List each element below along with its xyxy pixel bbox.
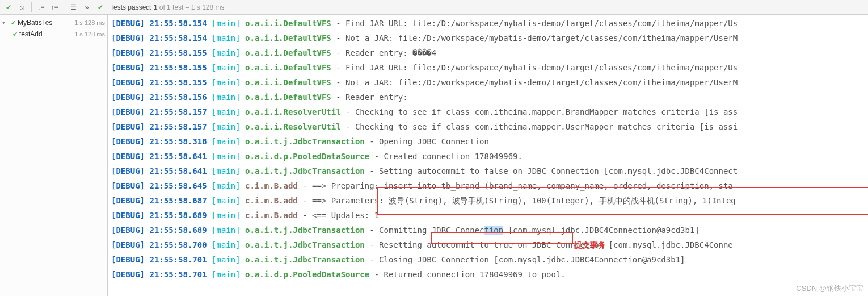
log-line: [DEBUG] 21:55:58.155 [main] o.a.i.i.Defa… — [111, 60, 868, 75]
log-line: [DEBUG] 21:55:58.154 [main] o.a.i.i.Defa… — [111, 16, 868, 31]
test-status-text: Tests passed: 1 of 1 test – 1 s 128 ms — [110, 3, 225, 11]
log-line: [DEBUG] 21:55:58.700 [main] o.a.i.t.j.Jd… — [111, 237, 868, 252]
test-tree: ▾ ✔ MyBatisTes 1 s 128 ms ✔ testAdd 1 s … — [0, 15, 108, 296]
tree-label: testAdd — [19, 30, 43, 38]
log-line: [DEBUG] 21:55:58.157 [main] o.a.i.i.Reso… — [111, 119, 868, 134]
log-line: [DEBUG] 21:55:58.701 [main] o.a.i.t.j.Jd… — [111, 252, 868, 267]
log-line: [DEBUG] 21:55:58.701 [main] o.a.i.d.p.Po… — [111, 267, 868, 282]
stop-icon[interactable]: ⦸ — [16, 1, 28, 14]
tree-item-class[interactable]: ▾ ✔ MyBatisTes 1 s 128 ms — [0, 17, 107, 28]
sort-down-icon[interactable]: ↓≡ — [35, 1, 47, 14]
run-pass-icon[interactable]: ✔ — [2, 1, 15, 14]
separator — [31, 2, 32, 12]
tree-time: 1 s 128 ms — [74, 19, 105, 26]
log-line: [DEBUG] 21:55:58.689 [main] c.i.m.B.add … — [111, 208, 868, 223]
log-line: [DEBUG] 21:55:58.155 [main] o.a.i.i.Defa… — [111, 45, 868, 60]
sort-up-icon[interactable]: ↑≡ — [48, 1, 61, 14]
log-line: [DEBUG] 21:55:58.641 [main] o.a.i.d.p.Po… — [111, 149, 868, 164]
filter-icon[interactable]: ☰ — [67, 1, 79, 14]
tree-item-method[interactable]: ✔ testAdd 1 s 128 ms — [0, 28, 107, 40]
pass-icon: ✔ — [12, 31, 18, 38]
collapse-icon[interactable]: ▾ — [2, 20, 9, 26]
console-output[interactable]: 提交事务 [DEBUG] 21:55:58.154 [main] o.a.i.i… — [108, 15, 868, 296]
pass-icon: ✔ — [11, 19, 16, 27]
log-line: [DEBUG] 21:55:58.689 [main] o.a.i.t.j.Jd… — [111, 223, 868, 237]
log-line: [DEBUG] 21:55:58.154 [main] o.a.i.i.Defa… — [111, 31, 868, 45]
watermark: CSDN @钢铁小宝宝 — [796, 284, 863, 294]
more-icon[interactable]: » — [81, 1, 93, 14]
separator — [64, 2, 64, 12]
log-line: [DEBUG] 21:55:58.155 [main] o.a.i.i.Defa… — [111, 75, 868, 90]
log-line: [DEBUG] 21:55:58.645 [main] c.i.m.B.add … — [111, 178, 868, 193]
tree-time: 1 s 128 ms — [74, 31, 105, 37]
test-toolbar: ✔ ⦸ ↓≡ ↑≡ ☰ » ✔ Tests passed: 1 of 1 tes… — [0, 0, 868, 15]
annotation-text: 提交事务 — [574, 237, 606, 252]
main-area: ▾ ✔ MyBatisTes 1 s 128 ms ✔ testAdd 1 s … — [0, 15, 868, 296]
status-pass-icon: ✔ — [94, 1, 107, 14]
log-line: [DEBUG] 21:55:58.318 [main] o.a.i.t.j.Jd… — [111, 134, 868, 149]
tree-label: MyBatisTes — [18, 19, 52, 27]
log-line: [DEBUG] 21:55:58.156 [main] o.a.i.i.Defa… — [111, 90, 868, 105]
log-line: [DEBUG] 21:55:58.641 [main] o.a.i.t.j.Jd… — [111, 164, 868, 178]
log-line: [DEBUG] 21:55:58.687 [main] c.i.m.B.add … — [111, 193, 868, 208]
log-line: [DEBUG] 21:55:58.157 [main] o.a.i.i.Reso… — [111, 105, 868, 119]
